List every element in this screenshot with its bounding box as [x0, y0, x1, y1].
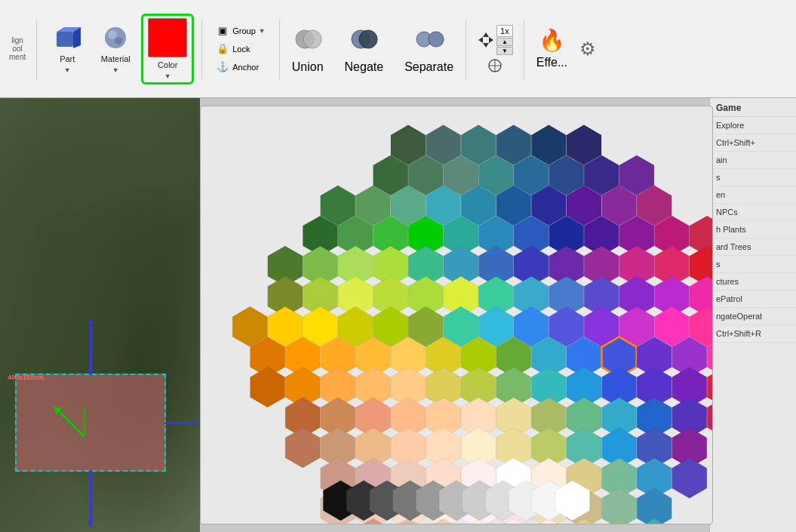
svg-rect-0: [57, 32, 73, 47]
svg-marker-15: [489, 37, 493, 43]
material-label: Material: [101, 54, 131, 63]
anchor-button[interactable]: ⚓ Anchor: [213, 59, 269, 75]
panel-item-6[interactable]: h Plants: [710, 221, 796, 238]
separator-3: [279, 19, 280, 79]
panel-item-2[interactable]: ain: [710, 152, 796, 169]
lock-button[interactable]: 🔒 Lock: [213, 41, 269, 57]
group-label: Group: [232, 26, 256, 35]
group-icon: ▣: [216, 24, 229, 38]
union-group: Union Negate Separate: [287, 21, 458, 77]
effects-button[interactable]: 🔥 Effe...: [532, 25, 573, 72]
toolbar: lign ool ment Part ▼ Material ▼: [0, 0, 796, 98]
group-section: ▣ Group ▼ 🔒 Lock ⚓ Anchor: [210, 20, 272, 78]
tool-label: ool: [9, 45, 26, 53]
negate-button[interactable]: Negate: [340, 21, 389, 77]
panel-item-12[interactable]: Ctrl+Shift+R: [710, 325, 796, 343]
negate-icon: [349, 24, 379, 57]
panel-item-8[interactable]: s: [710, 256, 796, 273]
dimension-label: 400x150cm: [8, 374, 44, 381]
panel-item-5[interactable]: NPCs: [710, 204, 796, 221]
negate-label: Negate: [345, 60, 384, 74]
panel-item-1[interactable]: Ctrl+Shift+: [710, 134, 796, 152]
separate-icon: [414, 24, 444, 57]
align-group: lign ool ment: [6, 0, 29, 97]
union-button[interactable]: Union: [287, 21, 328, 77]
group-button[interactable]: ▣ Group ▼: [213, 23, 269, 39]
svg-marker-14: [478, 37, 483, 43]
union-label: Union: [292, 60, 324, 74]
separator-2: [201, 19, 202, 79]
x-axis-right: ▶: [164, 422, 200, 424]
speed-up-button[interactable]: ▲: [496, 38, 513, 46]
separate-button[interactable]: Separate: [400, 21, 458, 77]
part-icon: [54, 24, 81, 51]
y-axis-down: ▼: [90, 470, 92, 523]
color-button[interactable]: Color ▼: [141, 14, 194, 85]
panel-item-7[interactable]: ard Trees: [710, 238, 796, 256]
color-picker-popup: [200, 106, 713, 524]
material-icon: [102, 24, 129, 51]
svg-point-4: [108, 30, 117, 39]
fire-icon: 🔥: [539, 28, 565, 53]
panel-title: Game: [710, 98, 796, 117]
hex-color-10-0[interactable]: [285, 428, 320, 468]
gear-icon: ⚙: [579, 38, 596, 60]
part-button[interactable]: Part ▼: [45, 21, 90, 77]
material-button[interactable]: Material ▼: [93, 21, 138, 77]
svg-point-11: [429, 32, 444, 47]
y-axis-up: ▲: [90, 322, 92, 375]
svg-marker-12: [483, 32, 489, 37]
union-icon: [293, 24, 323, 57]
panel-item-11[interactable]: ngateOperat: [710, 308, 796, 325]
viewport: ▲ ▼ ▶ 400x150cm: [0, 98, 200, 532]
svg-marker-13: [483, 43, 489, 48]
separator-5: [524, 19, 524, 79]
hex-color-11-10[interactable]: [672, 458, 707, 498]
svg-point-9: [359, 30, 377, 48]
part-dropdown-arrow: ▼: [64, 66, 71, 74]
speed-display: 1x: [496, 25, 513, 37]
lock-icon: 🔒: [216, 42, 229, 56]
color-dropdown-arrow: ▼: [164, 72, 171, 80]
color-label: Color: [158, 60, 177, 69]
move-arrows-icon: [477, 31, 495, 49]
ment-label: ment: [9, 53, 26, 61]
scene-object: ▲ ▼ ▶: [15, 374, 166, 472]
anchor-label: Anchor: [232, 63, 259, 72]
color-swatch: [148, 18, 187, 57]
separate-label: Separate: [404, 60, 453, 74]
hex-color-9-12[interactable]: [707, 398, 712, 438]
panel-item-4[interactable]: en: [710, 186, 796, 204]
lock-label: Lock: [232, 45, 250, 54]
svg-point-7: [303, 30, 321, 48]
z-axis-arrow: [47, 399, 92, 447]
speed-down-button[interactable]: ▼: [496, 47, 513, 55]
grid-snap-icon: [487, 58, 502, 73]
panel-item-9[interactable]: ctures: [710, 273, 796, 291]
settings-button[interactable]: ⚙: [575, 35, 601, 63]
separator-1: [36, 19, 37, 79]
part-label: Part: [60, 54, 75, 63]
panel-item-0[interactable]: Explore: [710, 117, 796, 134]
panel-item-3[interactable]: s: [710, 169, 796, 186]
hexagon-color-grid[interactable]: [201, 106, 712, 524]
panel-item-10[interactable]: ePatrol: [710, 291, 796, 308]
anchor-icon: ⚓: [216, 60, 229, 74]
hex-color-8-13[interactable]: [707, 367, 712, 407]
separator-4: [466, 19, 466, 79]
material-dropdown-arrow: ▼: [112, 66, 119, 74]
svg-point-5: [115, 37, 122, 45]
effects-label: Effe...: [536, 56, 568, 69]
right-panel: Game Explore Ctrl+Shift+ ain s en NPCs h…: [709, 98, 796, 532]
align-label: lign: [9, 36, 26, 45]
hex-color-8-0[interactable]: [250, 367, 285, 407]
speed-control: 1x ▲ ▼: [474, 22, 516, 76]
